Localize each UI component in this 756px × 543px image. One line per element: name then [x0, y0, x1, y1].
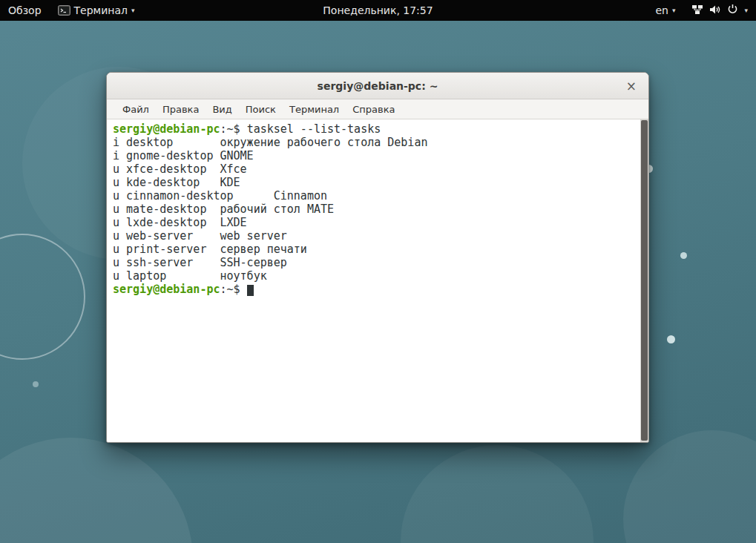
keyboard-layout-label: en [655, 4, 668, 16]
chevron-down-icon: ▾ [131, 7, 135, 14]
menu-item-help[interactable]: Справка [346, 99, 401, 119]
terminal-prompt-line: sergiy@debian-pc:~$ tasksel --list-tasks [113, 122, 642, 136]
menu-item-search[interactable]: Поиск [239, 99, 283, 119]
power-icon [727, 4, 738, 17]
terminal-content[interactable]: sergiy@debian-pc:~$ tasksel --list-tasks… [107, 119, 648, 442]
scrollbar-thumb[interactable] [641, 120, 648, 441]
terminal-output-line: u lxde-desktop LXDE [113, 216, 642, 229]
command-text: tasksel --list-tasks [247, 122, 381, 136]
chevron-down-icon: ▾ [672, 7, 676, 14]
prompt-path: :~$ [220, 283, 240, 296]
terminal-output-line: u ssh-server SSH-сервер [113, 256, 642, 269]
menu-item-edit[interactable]: Правка [156, 99, 206, 119]
text-cursor [247, 285, 254, 296]
terminal-app-icon [58, 5, 70, 16]
menu-item-terminal[interactable]: Терминал [283, 99, 346, 119]
top-bar: Обзор Терминал ▾ Понедельник, 17:57 en ▾ [0, 0, 756, 21]
terminal-prompt-line: sergiy@debian-pc:~$ [113, 283, 642, 296]
clock-button[interactable]: Понедельник, 17:57 [315, 0, 441, 21]
terminal-output-line: u laptop ноутбук [113, 269, 642, 283]
prompt-path: :~$ [220, 122, 240, 136]
decor-blob [0, 438, 193, 543]
close-button[interactable]: × [622, 73, 641, 99]
chevron-down-icon: ▾ [744, 7, 748, 14]
activities-button[interactable]: Обзор [0, 0, 50, 21]
menu-item-file[interactable]: Файл [116, 99, 156, 119]
menu-bar: Файл Правка Вид Поиск Терминал Справка [107, 99, 648, 119]
terminal-output-line: u cinnamon-desktop Cinnamon [113, 189, 642, 203]
terminal-output-line: u xfce-desktop Xfce [113, 162, 642, 176]
decor-blob [623, 430, 756, 543]
app-menu-button[interactable]: Терминал ▾ [50, 0, 143, 21]
system-menu-button[interactable]: ▾ [683, 0, 756, 21]
terminal-output-line: u kde-desktop KDE [113, 176, 642, 189]
terminal-output-line: i desktop окружение рабочего стола Debia… [113, 136, 642, 149]
terminal-output-line: u web-server web server [113, 229, 642, 243]
window-titlebar[interactable]: sergiy@debian-pc: ~ × [107, 73, 648, 99]
terminal-window: sergiy@debian-pc: ~ × Файл Правка Вид По… [106, 72, 649, 443]
decor-ring [0, 234, 85, 360]
menu-item-view[interactable]: Вид [206, 99, 238, 119]
volume-icon [709, 4, 721, 17]
keyboard-layout-button[interactable]: en ▾ [647, 0, 683, 21]
decor-dot [33, 381, 39, 387]
network-icon [691, 4, 703, 17]
terminal-output-line: u mate-desktop рабочий стол MATE [113, 203, 642, 216]
app-menu-label: Терминал [74, 4, 128, 16]
terminal-scrollbar[interactable] [640, 119, 648, 442]
decor-dot [680, 252, 687, 259]
terminal-output-line: u print-server сервер печати [113, 243, 642, 256]
decor-dot [667, 335, 675, 343]
decor-blob [401, 445, 594, 543]
terminal-output-line: i gnome-desktop GNOME [113, 149, 642, 162]
prompt-user: sergiy@debian-pc [113, 122, 220, 136]
prompt-user: sergiy@debian-pc [113, 283, 220, 296]
window-title: sergiy@debian-pc: ~ [318, 80, 438, 92]
